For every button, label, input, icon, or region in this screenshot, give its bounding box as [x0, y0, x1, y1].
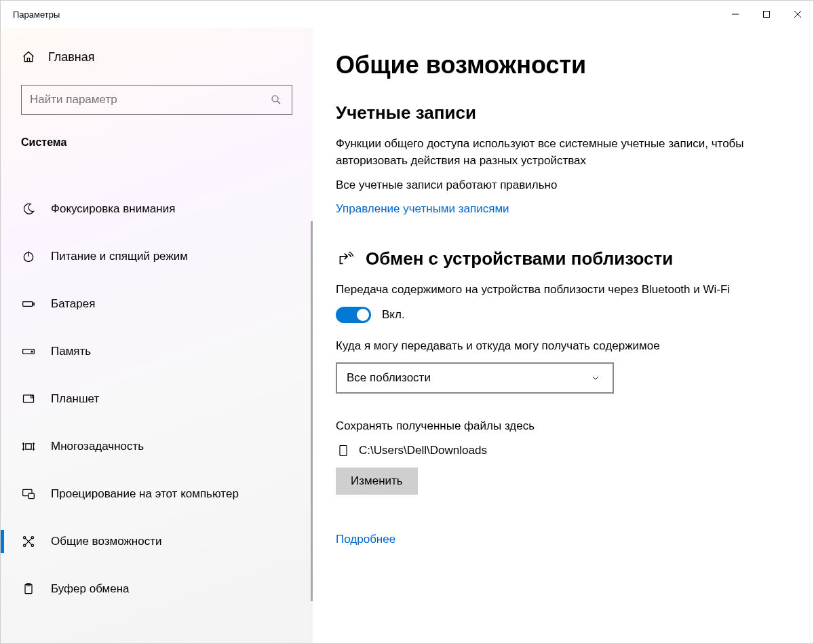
svg-point-26	[31, 544, 33, 546]
svg-point-24	[31, 537, 33, 539]
share-scope-label: Куда я могу передавать и откуда могу пол…	[336, 338, 770, 355]
share-node-icon	[21, 534, 36, 549]
nearby-sharing-description: Передача содержимого на устройства побли…	[336, 282, 770, 299]
svg-rect-22	[28, 493, 34, 499]
sidebar: Главная Система Фокусировка внимания Пит…	[1, 28, 313, 644]
nearby-share-icon	[336, 248, 356, 269]
svg-point-23	[24, 537, 26, 539]
svg-rect-31	[340, 445, 347, 455]
sidebar-item-clipboard[interactable]: Буфер обмена	[1, 565, 313, 613]
search-icon	[269, 92, 284, 107]
sidebar-item-power-sleep[interactable]: Питание и спящий режим	[1, 233, 313, 280]
nav-list: Фокусировка внимания Питание и спящий ре…	[1, 185, 313, 613]
accounts-description: Функции общего доступа используют все си…	[336, 136, 770, 169]
multitask-icon	[21, 439, 36, 454]
search-input-wrap[interactable]	[21, 85, 292, 115]
sidebar-item-label: Батарея	[51, 297, 95, 311]
sidebar-item-label: Многозадачность	[51, 440, 144, 453]
save-location-path: C:\Users\Dell\Downloads	[359, 444, 487, 457]
svg-point-11	[31, 351, 33, 352]
power-icon	[21, 249, 36, 264]
home-label: Главная	[48, 50, 95, 64]
sidebar-item-projecting[interactable]: Проецирование на этот компьютер	[1, 470, 313, 518]
sidebar-item-label: Память	[51, 345, 91, 358]
home-nav[interactable]: Главная	[1, 41, 313, 73]
nearby-sharing-toggle[interactable]	[336, 307, 371, 323]
sidebar-item-label: Питание и спящий режим	[51, 250, 188, 263]
nearby-sharing-heading: Обмен с устройствами поблизости	[366, 248, 673, 269]
chevron-down-icon	[588, 371, 603, 385]
sidebar-item-label: Общие возможности	[51, 535, 161, 548]
clipboard-icon	[21, 582, 36, 596]
project-icon	[21, 487, 36, 501]
window-title: Параметры	[13, 10, 60, 20]
manage-accounts-link[interactable]: Управление учетными записями	[336, 202, 509, 215]
nearby-sharing-toggle-row: Вкл.	[336, 307, 786, 323]
close-button[interactable]	[782, 1, 813, 28]
sidebar-item-shared-experiences[interactable]: Общие возможности	[1, 518, 313, 565]
change-location-button[interactable]: Изменить	[336, 468, 418, 495]
svg-rect-9	[33, 303, 35, 305]
battery-icon	[21, 297, 36, 311]
svg-point-13	[31, 396, 33, 398]
share-scope-dropdown[interactable]: Все поблизости	[336, 362, 614, 394]
folder-icon	[336, 443, 351, 458]
svg-rect-12	[24, 395, 34, 402]
maximize-button[interactable]	[751, 1, 782, 28]
sidebar-item-multitasking[interactable]: Многозадачность	[1, 423, 313, 470]
sidebar-item-label: Планшет	[51, 392, 99, 406]
search-input[interactable]	[30, 93, 269, 107]
share-scope-value: Все поблизости	[347, 371, 431, 385]
learn-more-link[interactable]: Подробнее	[336, 533, 395, 546]
svg-point-25	[24, 544, 26, 546]
accounts-heading: Учетные записи	[336, 102, 786, 124]
sidebar-item-label: Фокусировка внимания	[51, 202, 175, 216]
moon-icon	[21, 202, 36, 216]
page-title: Общие возможности	[336, 51, 786, 79]
titlebar: Параметры	[1, 1, 813, 28]
main-content: Общие возможности Учетные записи Функции…	[313, 28, 813, 644]
svg-rect-16	[26, 444, 31, 449]
save-location-label: Сохранять полученные файлы здесь	[336, 418, 770, 435]
svg-rect-8	[23, 302, 33, 307]
sidebar-item-tablet[interactable]: Планшет	[1, 375, 313, 423]
save-location-row: C:\Users\Dell\Downloads	[336, 443, 786, 458]
tablet-icon	[21, 392, 36, 406]
minimize-button[interactable]	[720, 1, 751, 28]
svg-point-4	[272, 96, 278, 102]
svg-line-5	[277, 101, 280, 104]
nearby-sharing-heading-row: Обмен с устройствами поблизости	[336, 248, 786, 269]
sidebar-item-battery[interactable]: Батарея	[1, 280, 313, 328]
sidebar-item-label: Буфер обмена	[51, 582, 130, 596]
accounts-status: Все учетные записи работают правильно	[336, 177, 770, 194]
sidebar-scrollbar[interactable]	[311, 221, 313, 601]
home-icon	[21, 50, 36, 64]
sidebar-item-storage[interactable]: Память	[1, 328, 313, 375]
window-controls	[720, 1, 813, 28]
svg-rect-1	[764, 12, 770, 18]
storage-icon	[21, 344, 36, 359]
sidebar-category: Система	[1, 127, 313, 155]
sidebar-item-label: Проецирование на этот компьютер	[51, 487, 239, 501]
sidebar-item-focus-assist[interactable]: Фокусировка внимания	[1, 185, 313, 233]
nearby-sharing-toggle-state: Вкл.	[382, 308, 405, 322]
